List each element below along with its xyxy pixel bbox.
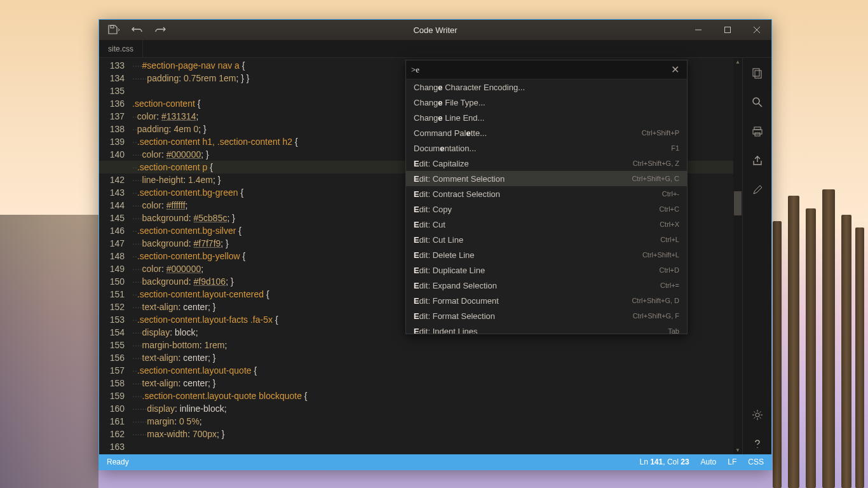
palette-item[interactable]: Edit: Expand SelectionCtrl+=: [406, 278, 687, 293]
edit-icon[interactable]: [747, 180, 768, 200]
palette-item[interactable]: Edit: CopyCtrl+C: [406, 201, 687, 217]
undo-button[interactable]: [127, 21, 147, 39]
palette-item[interactable]: Documentation...F1: [406, 140, 687, 156]
line-gutter: 1331341351361371381391401411421431441451…: [99, 58, 130, 453]
palette-item[interactable]: Edit: Format DocumentCtrl+Shift+G, D: [406, 293, 687, 308]
scrollbar-thumb[interactable]: [734, 191, 742, 215]
vertical-scrollbar[interactable]: ▲ ▼: [733, 58, 742, 454]
status-bar: Ready Ln 141, Col 23 Auto LF CSS: [99, 454, 771, 470]
palette-item[interactable]: Edit: Contract SelectionCtrl+-: [406, 186, 687, 201]
palette-item[interactable]: Change Line End...: [406, 110, 687, 125]
svg-rect-3: [755, 71, 761, 78]
palette-item[interactable]: Edit: Comment SelectionCtrl+Shift+G, C: [406, 171, 687, 186]
app-window: Code Writer site.css 1331341351361371381…: [98, 19, 772, 470]
copy-icon[interactable]: [747, 63, 768, 83]
palette-item[interactable]: Edit: Cut LineCtrl+L: [406, 232, 687, 247]
svg-rect-5: [754, 127, 761, 130]
palette-item[interactable]: Change File Type...: [406, 95, 687, 110]
palette-item[interactable]: Edit: Format SelectionCtrl+Shift+G, F: [406, 308, 687, 323]
svg-rect-6: [753, 130, 762, 134]
palette-close-icon[interactable]: ✕: [668, 64, 682, 76]
settings-icon[interactable]: [747, 405, 768, 425]
palette-item[interactable]: Edit: CutCtrl+X: [406, 217, 687, 232]
eol-indicator[interactable]: LF: [728, 458, 736, 466]
right-sidebar: [742, 58, 771, 454]
palette-item[interactable]: Edit: Delete LineCtrl+Shift+L: [406, 247, 687, 262]
cursor-position[interactable]: Ln 141, Col 23: [639, 458, 689, 466]
maximize-button[interactable]: [713, 20, 742, 40]
palette-item[interactable]: Edit: CapitalizeCtrl+Shift+G, Z: [406, 156, 687, 171]
minimize-button[interactable]: [684, 20, 713, 40]
svg-rect-2: [753, 69, 759, 76]
tab-bar: site.css: [99, 40, 771, 58]
wallpaper-pier-right: [766, 186, 868, 488]
redo-button[interactable]: [150, 21, 170, 39]
share-icon[interactable]: [747, 151, 768, 171]
palette-item[interactable]: Edit: Duplicate LineCtrl+D: [406, 262, 687, 278]
search-icon[interactable]: [747, 92, 768, 112]
file-tab[interactable]: site.css: [99, 40, 143, 57]
help-icon[interactable]: [747, 434, 768, 454]
palette-input[interactable]: [411, 65, 668, 75]
language-indicator[interactable]: CSS: [748, 458, 764, 466]
palette-item[interactable]: Change Character Encoding...: [406, 79, 687, 95]
status-ready: Ready: [107, 458, 129, 466]
wallpaper-pier-left: [0, 215, 98, 488]
svg-point-8: [756, 413, 759, 417]
palette-item[interactable]: Edit: Indent LinesTab: [406, 323, 687, 334]
svg-point-4: [753, 98, 759, 104]
palette-list: Change Character Encoding...Change File …: [406, 79, 687, 334]
palette-item[interactable]: Command Palette...Ctrl+Shift+P: [406, 125, 687, 140]
encoding-indicator[interactable]: Auto: [701, 458, 717, 466]
titlebar[interactable]: Code Writer: [99, 20, 771, 40]
close-button[interactable]: [742, 20, 771, 40]
command-palette: ✕ Change Character Encoding...Change Fil…: [405, 60, 688, 334]
save-dropdown-button[interactable]: [104, 21, 125, 39]
print-icon[interactable]: [747, 121, 768, 142]
svg-rect-1: [725, 27, 731, 33]
window-title: Code Writer: [413, 25, 457, 35]
